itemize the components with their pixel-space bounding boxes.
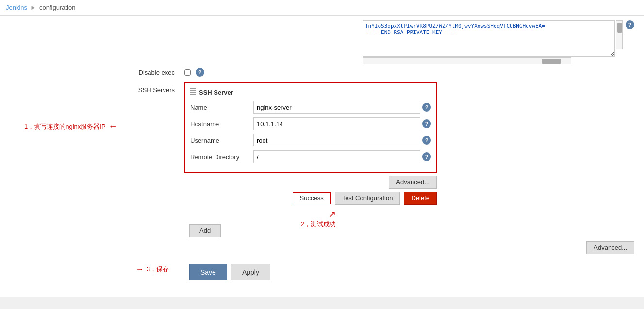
- hostname-field-row: Hostname ?: [190, 117, 431, 130]
- test-config-button[interactable]: Test Configuration: [335, 192, 400, 205]
- name-field-row: Name ?: [190, 101, 431, 114]
- bottom-advanced-button[interactable]: Advanced...: [586, 241, 634, 254]
- ssh-server-container: SSH Server Name ? Hostname ? Username: [184, 82, 437, 219]
- username-field-row: Username ?: [190, 134, 431, 146]
- disable-exec-row: Disable exec ?: [10, 68, 634, 77]
- annotation1-arrow: ←: [109, 121, 117, 131]
- bottom-advanced-row: Advanced...: [10, 241, 634, 254]
- breadcrumb-separator: ►: [30, 4, 36, 11]
- name-label: Name: [190, 104, 253, 111]
- ssh-server-title: SSH Server: [199, 89, 233, 96]
- rsa-key-textarea[interactable]: TnYIoS3qpxXtPIwrVR8PUZ/WZ/YtM0jwvYXowsSH…: [363, 20, 615, 57]
- ssh-servers-section: SSH Servers 1，填写连接的nginx服务器IP ← SSH Serv…: [10, 82, 634, 219]
- ssh-server-box: SSH Server Name ? Hostname ? Username: [184, 82, 437, 173]
- disable-exec-help-icon[interactable]: ?: [196, 68, 204, 77]
- success-container: Success ↗ 2，测试成功: [293, 192, 331, 204]
- username-help-icon[interactable]: ?: [422, 136, 431, 145]
- name-help-icon[interactable]: ?: [422, 103, 431, 112]
- test-config-row: Success ↗ 2，测试成功 Test Configuration Dele…: [184, 192, 437, 205]
- annotation1-area: 1，填写连接的nginx服务器IP ←: [24, 121, 117, 131]
- breadcrumb-jenkins[interactable]: Jenkins: [6, 4, 27, 11]
- username-label: Username: [190, 137, 253, 144]
- ssh-label-area: SSH Servers 1，填写连接的nginx服务器IP ←: [10, 82, 184, 94]
- textarea-help-icon[interactable]: ?: [626, 20, 634, 29]
- ssh-servers-label: SSH Servers: [138, 86, 175, 94]
- annotation3-area: → 3，保存: [136, 265, 169, 274]
- right-section: TnYIoS3qpxXtPIwrVR8PUZ/WZ/YtM0jwvYXowsSH…: [363, 20, 634, 64]
- drag-handle[interactable]: [190, 88, 196, 96]
- disable-exec-label: Disable exec: [139, 69, 175, 76]
- main-content: TnYIoS3qpxXtPIwrVR8PUZ/WZ/YtM0jwvYXowsSH…: [0, 16, 644, 297]
- name-input[interactable]: [253, 101, 420, 114]
- annotation2-area: ↗ 2，测试成功: [300, 209, 335, 228]
- ssh-server-header: SSH Server: [190, 88, 431, 96]
- add-button[interactable]: Add: [189, 224, 221, 237]
- hostname-help-icon[interactable]: ?: [422, 119, 431, 128]
- hostname-label: Hostname: [190, 120, 253, 128]
- remote-dir-input[interactable]: [253, 150, 420, 163]
- delete-button[interactable]: Delete: [404, 192, 437, 205]
- save-apply-row: Save Apply: [10, 264, 634, 280]
- advanced-button[interactable]: Advanced...: [389, 176, 437, 189]
- remote-dir-field-row: Remote Directory ?: [190, 150, 431, 163]
- username-input[interactable]: [253, 134, 420, 146]
- annotation3-text: 3，保存: [147, 265, 169, 274]
- save-apply-section: → 3，保存 Save Apply: [10, 264, 634, 280]
- annotation1-text: 1，填写连接的nginx服务器IP: [24, 122, 106, 131]
- apply-button[interactable]: Apply: [231, 264, 270, 280]
- breadcrumb: Jenkins ► configuration: [0, 0, 644, 16]
- breadcrumb-configuration: configuration: [39, 4, 75, 11]
- advanced-button-row: Advanced...: [184, 176, 437, 189]
- save-button[interactable]: Save: [189, 264, 227, 280]
- disable-exec-checkbox[interactable]: [184, 69, 191, 76]
- success-badge: Success: [293, 192, 331, 204]
- hostname-input[interactable]: [253, 117, 420, 130]
- textarea-row: TnYIoS3qpxXtPIwrVR8PUZ/WZ/YtM0jwvYXowsSH…: [10, 20, 634, 64]
- annotation3-arrow-icon: →: [136, 265, 144, 274]
- remote-dir-help-icon[interactable]: ?: [422, 152, 431, 161]
- annotation2-arrow: ↗: [329, 209, 336, 220]
- annotation2-text: 2，测试成功: [300, 220, 335, 228]
- remote-dir-label: Remote Directory: [190, 153, 253, 161]
